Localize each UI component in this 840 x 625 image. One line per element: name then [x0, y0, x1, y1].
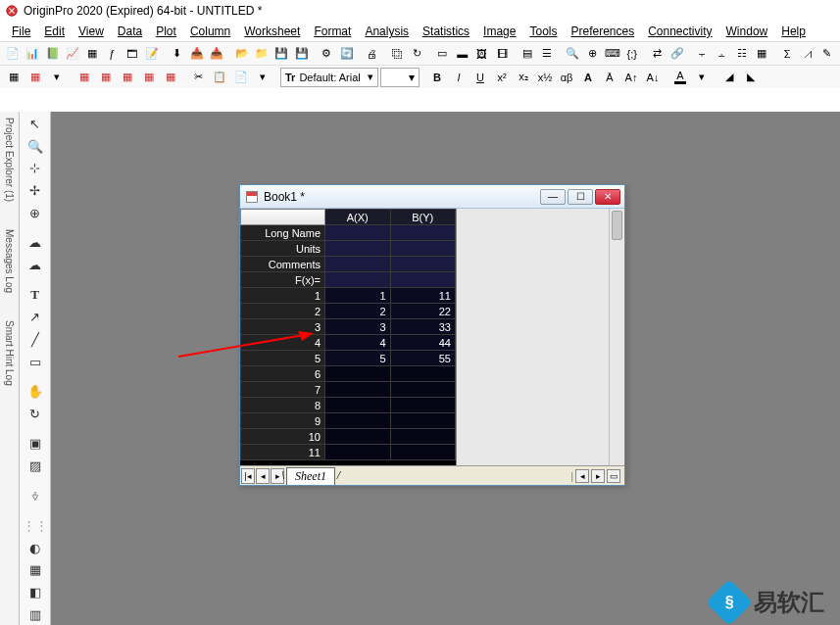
new-project-icon[interactable]: 📄	[4, 44, 22, 64]
new-workbook-icon[interactable]: 📊	[24, 44, 41, 64]
row-label-fx[interactable]: F(x)=	[241, 272, 325, 288]
duplicate-icon[interactable]: ⿻	[388, 44, 406, 64]
row-label-longname[interactable]: Long Name	[241, 225, 325, 241]
workbook-titlebar[interactable]: Book1 * — ☐ ✕	[240, 185, 624, 209]
new-excel-icon[interactable]: 📗	[43, 44, 61, 64]
messages-log-tab[interactable]: Messages Log	[2, 227, 17, 295]
window-1-icon[interactable]: ▭	[433, 44, 451, 64]
row-num[interactable]: 11	[241, 445, 325, 460]
cell[interactable]	[390, 445, 456, 460]
bigA-icon[interactable]: A	[578, 68, 598, 87]
region-icon[interactable]: ▣	[25, 433, 46, 454]
col-z-icon[interactable]: ▦	[161, 68, 180, 87]
cell[interactable]: 55	[390, 351, 456, 366]
row-stat-icon[interactable]: ▦	[753, 44, 770, 64]
scrollbar-thumb[interactable]	[612, 211, 622, 240]
zoom-tool-icon[interactable]: 🔍	[25, 136, 46, 157]
digitize-icon[interactable]: ⊕	[583, 44, 601, 64]
cell[interactable]	[325, 366, 391, 382]
row-label-comments[interactable]: Comments	[241, 257, 325, 272]
import-multi-icon[interactable]: 📥	[208, 44, 225, 64]
dec-font-icon[interactable]: A↓	[643, 68, 663, 87]
print-icon[interactable]: 🖨	[363, 44, 380, 64]
link-icon[interactable]: 🔗	[668, 44, 686, 64]
cell[interactable]	[325, 257, 391, 272]
minimize-button[interactable]: —	[540, 189, 566, 205]
peak-icon[interactable]: ⩘	[798, 44, 815, 64]
screen-reader-icon[interactable]: ⊕	[25, 203, 46, 223]
cell[interactable]	[325, 398, 391, 413]
col-header-a[interactable]: A(X)	[325, 210, 391, 225]
code-icon[interactable]: ⌨	[603, 44, 620, 64]
tab-nav-prev[interactable]: ◂	[256, 468, 270, 484]
draw-data-icon[interactable]: ☁	[25, 232, 46, 253]
open-template-icon[interactable]: 📁	[253, 44, 271, 64]
sheet-tab[interactable]: Sheet1	[286, 467, 335, 485]
script-icon[interactable]: {;}	[623, 44, 641, 64]
col-xyz-icon[interactable]: ⫠	[714, 44, 731, 64]
row-num[interactable]: 2	[241, 304, 325, 319]
row-num[interactable]: 3	[241, 319, 325, 335]
project-explorer-tab[interactable]: Project Explorer (1)	[2, 116, 17, 204]
menu-column[interactable]: Column	[184, 23, 236, 40]
import-single-icon[interactable]: 📥	[188, 44, 206, 64]
save-template-icon[interactable]: 💾	[293, 44, 311, 64]
slide-icon[interactable]: ▤	[519, 44, 536, 64]
cell[interactable]	[325, 413, 391, 429]
image-icon[interactable]: 🖼	[473, 44, 491, 64]
row-num[interactable]: 10	[241, 429, 325, 445]
cell[interactable]	[390, 225, 456, 241]
new-layout-icon[interactable]: 🗔	[123, 44, 140, 64]
tool-d-icon[interactable]: ▥	[25, 604, 46, 625]
menu-worksheet[interactable]: Worksheet	[238, 23, 306, 40]
menu-analysis[interactable]: Analysis	[359, 23, 415, 40]
copy-icon[interactable]: 📋	[210, 68, 229, 87]
cell[interactable]	[390, 398, 456, 413]
cell[interactable]: 22	[390, 304, 456, 319]
cell[interactable]	[325, 272, 391, 288]
text-icon[interactable]: T	[25, 285, 46, 306]
menu-view[interactable]: View	[73, 23, 110, 40]
refresh-icon[interactable]: ↻	[409, 44, 426, 64]
bold-icon[interactable]: B	[427, 68, 447, 87]
sigma-icon[interactable]: Σ	[778, 44, 796, 64]
paste-icon[interactable]: 📄	[231, 68, 251, 87]
cell[interactable]: 11	[390, 288, 456, 304]
menu-data[interactable]: Data	[112, 23, 148, 40]
cell[interactable]	[390, 366, 456, 382]
rect-icon[interactable]: ▭	[25, 352, 46, 372]
cell[interactable]: 3	[325, 319, 391, 335]
row-add-icon[interactable]: ☷	[733, 44, 751, 64]
layout-icon[interactable]: ☰	[538, 44, 556, 64]
tool-c-icon[interactable]: ◧	[25, 582, 46, 602]
abar-icon[interactable]: Ā	[600, 68, 619, 87]
cell[interactable]: 33	[390, 319, 456, 335]
transfer-icon[interactable]: ⇄	[649, 44, 667, 64]
cell[interactable]: 2	[325, 304, 391, 319]
new-matrix-icon[interactable]: ▦	[83, 44, 101, 64]
row-num[interactable]: 4	[241, 335, 325, 351]
pointer-icon[interactable]: ↖	[25, 114, 46, 134]
menu-edit[interactable]: Edit	[38, 23, 71, 40]
misc-1-icon[interactable]: ◢	[719, 68, 739, 87]
inc-font-icon[interactable]: A↑	[621, 68, 641, 87]
alpha-icon[interactable]: αβ	[557, 68, 576, 87]
menu-format[interactable]: Format	[308, 23, 357, 40]
underline-icon[interactable]: U	[470, 68, 490, 87]
tool-b-icon[interactable]: ▦	[25, 560, 46, 581]
batch-icon[interactable]: ⚙	[318, 44, 335, 64]
new-graph-icon[interactable]: 📈	[64, 44, 81, 64]
col-x-icon[interactable]: ▦	[118, 68, 137, 87]
col-header-b[interactable]: B(Y)	[390, 210, 456, 225]
italic-icon[interactable]: I	[449, 68, 469, 87]
cell[interactable]	[325, 429, 391, 445]
col-add-icon[interactable]: ⫟	[694, 44, 712, 64]
cell[interactable]	[325, 445, 391, 460]
subscript-icon[interactable]: x₂	[514, 68, 533, 87]
recalc-icon[interactable]: 🔄	[338, 44, 356, 64]
misc-2-icon[interactable]: ◣	[741, 68, 761, 87]
hscroll-end[interactable]: ▭	[607, 469, 620, 483]
sort-asc-icon[interactable]: ▦	[74, 68, 94, 87]
menu-connectivity[interactable]: Connectivity	[642, 23, 717, 40]
region2-icon[interactable]: ▨	[25, 456, 46, 476]
